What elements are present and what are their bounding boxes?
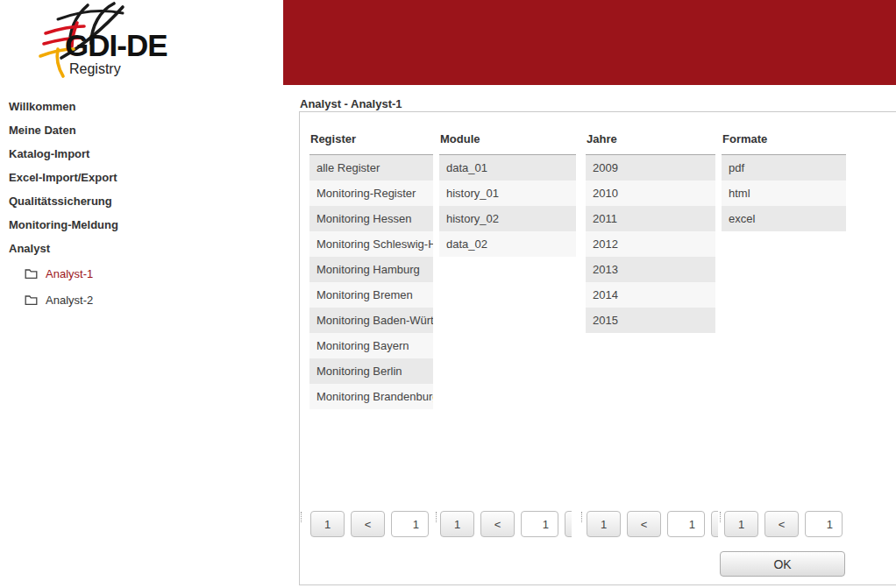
list-item[interactable]: history_02 — [439, 206, 576, 231]
list-item[interactable]: Monitoring Baden-Württemberg — [309, 308, 433, 333]
page-prev-button[interactable]: < — [627, 511, 661, 537]
list-item[interactable]: Monitoring Brandenburg — [309, 384, 433, 409]
nav-subitem-label: Analyst-2 — [46, 294, 93, 307]
page-prev-button[interactable]: < — [764, 511, 799, 537]
nav-item-analyst[interactable]: Analyst — [9, 237, 272, 260]
column-formate: Formatepdfhtmlexcel — [722, 128, 846, 231]
pager-group-3: 1< — [587, 510, 718, 538]
option-list: alle RegisterMonitoring-RegisterMonitori… — [309, 154, 433, 409]
column-header: Register — [309, 128, 433, 154]
list-item[interactable]: Monitoring Hamburg — [309, 257, 433, 282]
list-item[interactable]: excel — [722, 206, 846, 231]
option-list: pdfhtmlexcel — [722, 154, 846, 231]
sidebar-nav: Willkommen Meine Daten Katalog-Import Ex… — [9, 95, 272, 313]
nav-list: Willkommen Meine Daten Katalog-Import Ex… — [9, 95, 272, 313]
list-item[interactable]: 2010 — [586, 181, 715, 206]
nav-item-qualitaetssicherung[interactable]: Qualitätssicherung — [9, 189, 272, 213]
nav-item-katalog-import[interactable]: Katalog-Import — [9, 142, 272, 166]
pager-separator — [581, 512, 582, 522]
list-item[interactable]: html — [722, 181, 846, 206]
page-first-button[interactable]: 1 — [310, 511, 345, 537]
list-item[interactable]: data_02 — [439, 231, 576, 257]
column-header: Formate — [722, 128, 846, 154]
column-header: Module — [439, 128, 576, 154]
list-item[interactable]: Monitoring Berlin — [309, 358, 433, 384]
nav-subitem-label: Analyst-1 — [46, 267, 93, 280]
folder-icon — [25, 268, 38, 280]
logo-grid-icon: GDI-DE Registry — [19, 0, 186, 88]
gdi-de-logo: GDI-DE Registry — [19, 0, 186, 88]
list-item[interactable]: 2013 — [586, 257, 715, 282]
list-item[interactable]: history_01 — [439, 181, 576, 206]
list-item[interactable]: Monitoring-Register — [309, 181, 433, 206]
column-header: Jahre — [586, 128, 715, 154]
list-item[interactable]: Monitoring Hessen — [309, 206, 433, 231]
pager-separator — [436, 512, 437, 522]
page-first-button[interactable]: 1 — [440, 511, 474, 537]
pager-separator — [720, 512, 721, 522]
list-item[interactable]: 2015 — [586, 308, 715, 333]
pager-group-4: 1< — [724, 510, 844, 538]
pager-group-1: 1< — [310, 510, 430, 538]
list-item[interactable]: 2009 — [586, 155, 715, 181]
list-item[interactable]: Monitoring Bremen — [309, 282, 433, 308]
page-prev-button[interactable]: < — [480, 511, 515, 537]
page-first-button[interactable]: 1 — [724, 511, 758, 537]
list-item[interactable]: data_01 — [439, 155, 576, 181]
pager-separator — [301, 512, 302, 522]
nav-item-monitoring-meldung[interactable]: Monitoring-Meldung — [9, 213, 272, 237]
page-prev-button[interactable]: < — [351, 511, 385, 537]
ok-button[interactable]: OK — [720, 551, 845, 577]
column-register: Registeralle RegisterMonitoring-Register… — [309, 128, 433, 409]
nav-subitem-analyst-2[interactable]: Analyst-2 — [9, 287, 272, 313]
column-module: Moduledata_01history_01history_02data_02 — [439, 128, 576, 257]
page-input[interactable] — [391, 511, 429, 537]
page-title: Analyst - Analyst-1 — [300, 97, 402, 110]
page-input[interactable] — [805, 511, 843, 537]
list-item[interactable]: Monitoring Schleswig-Holstein — [309, 231, 433, 257]
header-banner — [283, 0, 896, 85]
list-item[interactable]: alle Register — [309, 155, 433, 181]
list-item[interactable]: pdf — [722, 155, 846, 181]
page-first-button[interactable]: 1 — [587, 511, 621, 537]
page-input[interactable] — [521, 511, 558, 537]
list-item[interactable]: Monitoring Bayern — [309, 333, 433, 358]
nav-item-willkommen[interactable]: Willkommen — [9, 95, 272, 118]
nav-subitem-analyst-1[interactable]: Analyst-1 — [9, 260, 272, 287]
column-jahre: Jahre2009201020112012201320142015 — [586, 128, 715, 333]
list-item[interactable]: 2011 — [586, 206, 715, 231]
list-item[interactable]: 2012 — [586, 231, 715, 257]
list-item[interactable]: 2014 — [586, 282, 715, 308]
page-next-button-clipped[interactable] — [565, 511, 572, 537]
logo-subtitle: Registry — [69, 61, 121, 76]
nav-item-excel-import-export[interactable]: Excel-Import/Export — [9, 166, 272, 189]
option-list: data_01history_01history_02data_02 — [439, 154, 576, 257]
pager-group-2: 1< — [440, 510, 572, 538]
page-input[interactable] — [667, 511, 705, 537]
analyst-panel: Registeralle RegisterMonitoring-Register… — [299, 111, 896, 585]
page-next-button-clipped[interactable] — [711, 511, 718, 537]
logo-title: GDI-DE — [65, 28, 167, 62]
nav-item-meine-daten[interactable]: Meine Daten — [9, 118, 272, 142]
folder-icon — [25, 294, 38, 306]
option-list: 2009201020112012201320142015 — [586, 154, 715, 333]
